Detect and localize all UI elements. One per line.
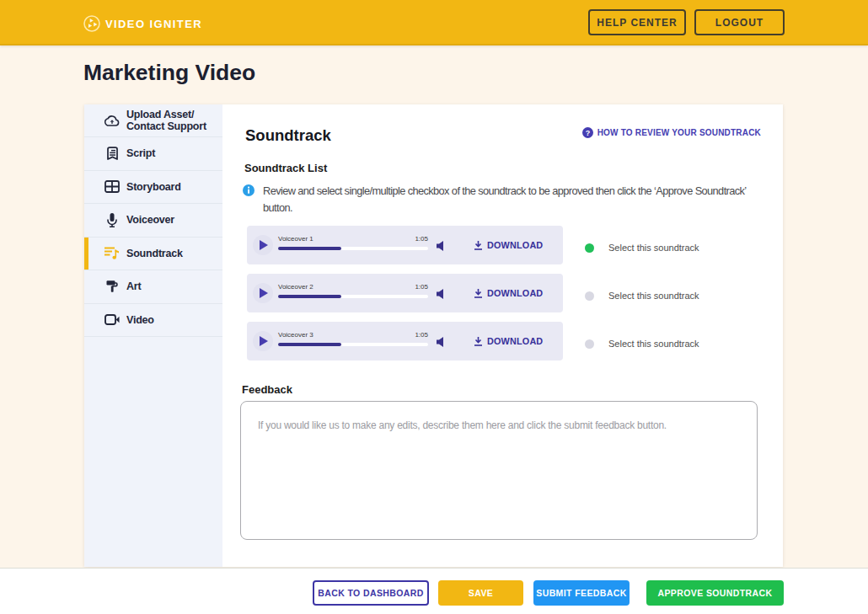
svg-text:?: ? <box>585 129 590 137</box>
